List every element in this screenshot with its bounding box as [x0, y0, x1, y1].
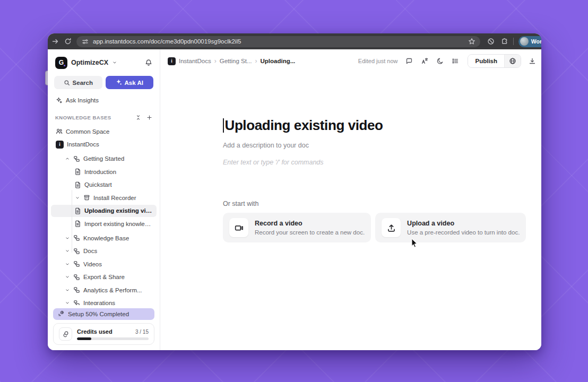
workspace-logo: G [55, 57, 67, 69]
chevron-down-icon[interactable] [65, 288, 70, 293]
outline-list-icon[interactable] [451, 57, 460, 65]
chevron-up-icon[interactable] [65, 156, 70, 161]
tree-doc-import-existing-knowledge[interactable]: Import existing knowled... [51, 218, 157, 230]
search-button[interactable]: Search [54, 76, 102, 89]
chevron-down-icon[interactable] [75, 195, 80, 201]
extensions-puzzle-icon[interactable] [500, 37, 508, 46]
knowledge-bases-header: KNOWLEDGE BASES [55, 115, 152, 120]
tree-doc-introduction[interactable]: Introduction [51, 166, 157, 178]
workflow-icon [73, 235, 80, 241]
doc-description-placeholder[interactable]: Add a description to your doc [223, 142, 541, 149]
item-label: Export & Share [83, 274, 125, 280]
item-label: Videos [83, 261, 102, 267]
item-label: Analytics & Perform... [83, 287, 142, 293]
publish-group: Publish [468, 54, 521, 68]
credits-progress-track [77, 337, 149, 340]
content-blocked-icon[interactable] [487, 37, 495, 46]
sidebar-footer: Setup 50% Completed Credits used 3 / 15 [48, 305, 160, 350]
toolbar-separator [513, 38, 514, 45]
doc-topbar: i InstantDocs › Getting St... › Uploadin… [160, 49, 541, 73]
credits-value: 3 / 15 [135, 329, 149, 335]
reload-icon[interactable] [64, 37, 72, 46]
main-panel: i InstantDocs › Getting St... › Uploadin… [160, 49, 541, 350]
coins-icon [59, 327, 72, 341]
doc-body-placeholder[interactable]: Enter text or type '/' for commands [223, 159, 541, 166]
browser-window: app.instantdocs.com/doc/cme3d0pdn00019sg… [48, 33, 541, 350]
profile-name: Worl [531, 38, 541, 45]
record-video-card[interactable]: Record a video Record your screen to cre… [223, 213, 371, 242]
ask-ai-button[interactable]: Ask AI [106, 76, 154, 89]
publish-globe-icon[interactable] [504, 55, 521, 67]
breadcrumb-item-current[interactable]: Uploading... [260, 58, 295, 64]
ask-insights-label: Ask Insights [66, 97, 99, 103]
tree-doc-uploading-existing-video[interactable]: Uploading existing video [51, 205, 157, 217]
setup-progress-button[interactable]: Setup 50% Completed [53, 308, 154, 320]
knowledge-bases-label: KNOWLEDGE BASES [55, 115, 111, 120]
insights-sparkle-icon [56, 97, 62, 103]
item-label: Import existing knowled... [84, 221, 152, 227]
workflow-icon [73, 274, 80, 281]
add-knowledge-base-icon[interactable] [146, 115, 152, 120]
breadcrumb-item-section[interactable]: Getting St... [220, 58, 252, 64]
bell-icon[interactable] [145, 59, 152, 66]
tree-section-knowledge-base[interactable]: Knowledge Base [51, 232, 157, 244]
tree-section-getting-started[interactable]: Getting Started [51, 153, 157, 165]
tree-section-analytics-performance[interactable]: Analytics & Perform... [51, 284, 157, 296]
tree-section-videos[interactable]: Videos [51, 258, 157, 270]
comments-icon[interactable] [405, 57, 413, 65]
breadcrumb-separator: › [214, 57, 217, 65]
tree-doc-quickstart[interactable]: Quickstart [51, 179, 157, 191]
publish-button[interactable]: Publish [468, 55, 504, 67]
ask-ai-label: Ask AI [125, 80, 143, 86]
chevron-down-icon[interactable] [65, 248, 70, 254]
sidebar-item-common-space[interactable]: Common Space [51, 125, 157, 137]
item-label: Getting Started [83, 155, 124, 162]
dark-mode-moon-icon[interactable] [436, 57, 444, 65]
profile-chip[interactable]: Worl [518, 36, 541, 47]
tree-section-export-share[interactable]: Export & Share [51, 271, 157, 283]
card-subtitle: Use a pre-recorded video to turn into do… [407, 229, 520, 236]
app-root: G OptimizeCX Search [48, 49, 541, 350]
tree-section-docs[interactable]: Docs [51, 245, 157, 257]
translate-icon[interactable] [420, 57, 429, 65]
credits-label: Credits used [77, 328, 113, 335]
sparkles-icon [116, 79, 122, 86]
breadcrumb: i InstantDocs › Getting St... › Uploadin… [168, 57, 295, 65]
credits-card[interactable]: Credits used 3 / 15 [53, 323, 154, 345]
tree-section-integrations[interactable]: Integrations [51, 297, 157, 306]
search-icon [64, 80, 70, 86]
upload-video-card[interactable]: Upload a video Use a pre-recorded video … [375, 213, 526, 242]
forward-icon[interactable] [51, 37, 59, 46]
chevron-down-icon[interactable] [65, 300, 70, 305]
chevron-down-icon[interactable] [65, 236, 70, 241]
sidebar-actions: Search Ask AI [54, 76, 153, 89]
workspace-switcher[interactable]: G OptimizeCX [48, 56, 160, 70]
url-bar[interactable]: app.instantdocs.com/doc/cme3d0pdn00019sg… [76, 36, 480, 47]
doc-icon [74, 181, 81, 188]
export-download-icon[interactable] [528, 57, 537, 65]
workflow-icon [73, 248, 80, 255]
tree-section-install-recorder[interactable]: Install Recorder [51, 192, 157, 204]
doc-title[interactable]: Uploading existing video [225, 117, 383, 134]
credits-progress-fill [77, 337, 91, 340]
collapse-all-icon[interactable] [135, 115, 141, 120]
ask-insights-item[interactable]: Ask Insights [56, 97, 152, 103]
search-label: Search [73, 80, 93, 86]
doc-icon [74, 207, 81, 214]
breadcrumb-separator: › [255, 57, 257, 65]
workflow-icon [73, 155, 80, 162]
toolbar-right: Worl [485, 36, 541, 47]
item-label: Quickstart [84, 181, 112, 188]
chevron-down-icon[interactable] [65, 262, 70, 267]
item-label: Install Recorder [93, 195, 136, 201]
site-settings-icon[interactable] [81, 37, 89, 46]
workspace-name: OptimizeCX [71, 59, 108, 66]
bookmark-star-icon[interactable] [468, 37, 476, 46]
chevron-down-icon[interactable] [65, 274, 70, 280]
item-label: Integrations [83, 300, 115, 305]
rocket-icon [58, 310, 64, 318]
edited-status: Edited just now [358, 58, 398, 64]
profile-avatar [520, 37, 529, 46]
breadcrumb-item-kb[interactable]: InstantDocs [179, 58, 211, 64]
sidebar-item-instantdocs[interactable]: i InstantDocs [51, 138, 157, 151]
